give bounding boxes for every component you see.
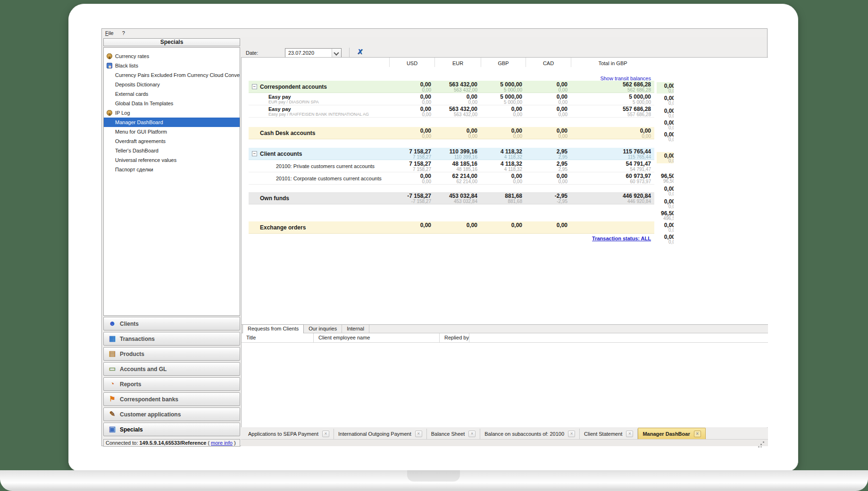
table-row[interactable]: − Cash Desk accounts 0,00 0,00 0,00 0,00 bbox=[249, 127, 654, 139]
cell-main-value: 0,00 bbox=[526, 106, 568, 112]
sidebar-item[interactable]: External cards bbox=[104, 89, 240, 99]
row-name-cell: Easy pay EUR pay / DIASORIN SPA bbox=[249, 93, 389, 105]
document-tab[interactable]: Manager DashBoar × bbox=[638, 428, 705, 439]
sidebar-item-label: Universal reference values bbox=[115, 157, 176, 163]
menu-item-file[interactable]: File bbox=[105, 30, 114, 36]
cell-sub-value: 446 920,84 bbox=[571, 199, 651, 204]
nav-section-icon bbox=[108, 364, 117, 373]
cell-sub-value: 54 791,47 bbox=[571, 167, 651, 172]
sidebar-item[interactable]: Global Data In Templates bbox=[104, 99, 240, 108]
cell-sub-value: 5 000,00 bbox=[481, 100, 522, 105]
cell-usd: 7 158,27 7 158,27 bbox=[389, 148, 434, 160]
inquiries-tab[interactable]: Internal bbox=[342, 325, 369, 333]
nav-section-button[interactable]: Correspondent banks bbox=[103, 392, 240, 406]
document-tab[interactable]: Balance Sheet × bbox=[427, 429, 481, 439]
tab-close-icon[interactable]: × bbox=[626, 431, 633, 437]
document-tab-label: Client Statement bbox=[584, 431, 622, 437]
tab-close-icon[interactable]: × bbox=[322, 431, 329, 437]
transaction-status-link[interactable]: Transaction status: ALL bbox=[571, 236, 651, 241]
table-row[interactable]: − Client accounts 7 158,27 7 158,27 110 … bbox=[249, 148, 654, 160]
nav-section-button[interactable]: Reports bbox=[103, 377, 240, 391]
cell-main-value: 2,95 bbox=[526, 149, 568, 154]
nav-section-button[interactable]: Customer applications bbox=[103, 407, 240, 421]
inquiries-tab[interactable]: Requests from Clients bbox=[242, 324, 304, 333]
row-name: Client accounts bbox=[260, 151, 302, 157]
document-tab[interactable]: Client Statement × bbox=[580, 429, 638, 439]
sidebar-item[interactable]: Overdraft agreements bbox=[104, 136, 240, 146]
cell-total: 446 920,84 446 920,84 bbox=[571, 192, 654, 204]
sidebar-item[interactable]: Black lists bbox=[104, 61, 240, 70]
cell-main-value: 4 118,32 bbox=[481, 149, 522, 154]
sidebar-item[interactable]: Currency Pairs Excluded From Currency Cl… bbox=[104, 70, 240, 80]
nav-section-icon bbox=[108, 424, 117, 434]
cell-sub-value: 0,00 bbox=[481, 179, 522, 184]
sidebar-item-label: Currency Pairs Excluded From Currency Cl… bbox=[115, 72, 240, 78]
table-row[interactable]: − Easy pay EUR pay / DIASORIN SPA 0,00 0… bbox=[249, 93, 654, 105]
table-row[interactable]: − Exchange orders 0,00 0,00 0,00 bbox=[249, 221, 654, 234]
nav-section-button[interactable]: Accounts and GL bbox=[103, 362, 240, 376]
table-row[interactable]: − 20100: Private customers current accou… bbox=[249, 160, 654, 172]
nav-section-button[interactable]: Products bbox=[103, 347, 240, 361]
sidebar-item[interactable]: Universal reference values bbox=[104, 155, 240, 165]
cell-main-value: 0,00 bbox=[526, 82, 568, 87]
sidebar-item-label: Overdraft agreements bbox=[115, 138, 166, 144]
cell-usd: 0,00 0,00 bbox=[389, 93, 434, 105]
tab-close-icon[interactable]: × bbox=[568, 431, 575, 437]
cell-total: 115 765,44 115 765,44 bbox=[571, 148, 654, 160]
app-window: File ? Specials Currency rates Black lis… bbox=[101, 28, 768, 446]
sidebar-item[interactable]: Menu for GUI Platform bbox=[104, 127, 240, 136]
menu-item-help[interactable]: ? bbox=[122, 30, 125, 36]
tab-close-icon[interactable]: × bbox=[415, 431, 422, 437]
cell-sub-value: 0,00 bbox=[389, 112, 431, 117]
tab-close-icon[interactable]: × bbox=[468, 431, 476, 437]
cell-main-value: 881,68 bbox=[481, 193, 522, 199]
cell-eur: 453 032,84 453 032,84 bbox=[434, 192, 481, 204]
cell-main-value: 0,00 bbox=[657, 233, 674, 240]
resize-grip-icon[interactable] bbox=[763, 441, 764, 443]
cell-main-value: 115 765,44 bbox=[571, 149, 651, 154]
nav-section-button[interactable]: Specials bbox=[103, 423, 240, 436]
nav-section-button[interactable]: Transactions bbox=[103, 332, 240, 346]
document-tab[interactable]: Applications to SEPA Payment × bbox=[244, 429, 334, 439]
table-row[interactable]: − bbox=[249, 118, 654, 127]
nav-section-icon bbox=[108, 379, 117, 389]
nav-section-button[interactable]: Clients bbox=[103, 317, 240, 330]
sidebar-item[interactable]: Currency rates bbox=[104, 51, 240, 61]
inquiries-column-label: Replied by bbox=[444, 335, 469, 340]
sidebar-item[interactable]: Teller's DashBoard bbox=[104, 146, 240, 155]
sidebar-item[interactable]: Manager DashBoard bbox=[104, 118, 240, 127]
date-combobox[interactable]: 23.07.2020 bbox=[285, 48, 342, 58]
cell-sub-value: 7 158,27 bbox=[389, 155, 431, 160]
sidebar-item[interactable]: IP Log bbox=[104, 108, 240, 118]
side-overflow-row: 0,00 0,0 bbox=[657, 82, 674, 93]
sidebar-item[interactable]: Deposits Dictionary bbox=[104, 80, 240, 89]
export-excel-icon[interactable]: X bbox=[355, 48, 365, 57]
document-tab[interactable]: Balance on subaccounts of: 20100 × bbox=[480, 429, 580, 439]
sidebar-item[interactable]: Паспорт сделки bbox=[104, 165, 240, 174]
side-overflow-row: 0,00 0,0 bbox=[657, 94, 674, 106]
inquiries-table-header: Title Client employee name Replied by bbox=[242, 333, 768, 343]
document-tab[interactable]: International Outgoing Payment × bbox=[334, 429, 427, 439]
cell-total bbox=[571, 204, 654, 221]
table-row[interactable]: − bbox=[249, 204, 654, 221]
inquiries-tab[interactable]: Our inquries bbox=[304, 325, 342, 333]
cell-usd: 0,00 0,00 bbox=[389, 81, 434, 93]
cell-eur: 563 432,00 563 432,00 bbox=[434, 105, 481, 117]
cell-sub-value: 0,0 bbox=[657, 228, 674, 233]
table-row[interactable]: − Correspondent accounts 0,00 0,00 563 4… bbox=[249, 81, 654, 93]
combobox-arrow-button[interactable] bbox=[332, 49, 341, 57]
cell-total: 60 973,97 60 973,97 bbox=[571, 172, 654, 184]
cell-sub-value: 563 432,00 bbox=[434, 88, 477, 93]
cell-total bbox=[571, 118, 654, 127]
row-name-cell: Own funds bbox=[249, 192, 389, 204]
table-row[interactable]: − bbox=[249, 139, 654, 148]
table-row[interactable]: − Own funds -7 158,27 -7 158,27 453 032,… bbox=[249, 192, 654, 204]
cell-main-value: 0,00 bbox=[389, 128, 431, 134]
cell-eur: 0,00 0,00 bbox=[434, 93, 481, 105]
tab-close-icon[interactable]: × bbox=[694, 431, 701, 437]
table-row[interactable]: − bbox=[249, 185, 654, 192]
status-more-info-link[interactable]: more info bbox=[211, 440, 233, 446]
table-row[interactable]: − 20101: Corporate customers current acc… bbox=[249, 172, 654, 185]
table-row[interactable]: − Easy pay Easy pay / RAIFFEISEN BANK IN… bbox=[249, 105, 654, 118]
cell-main-value: 0,00 bbox=[389, 222, 431, 228]
